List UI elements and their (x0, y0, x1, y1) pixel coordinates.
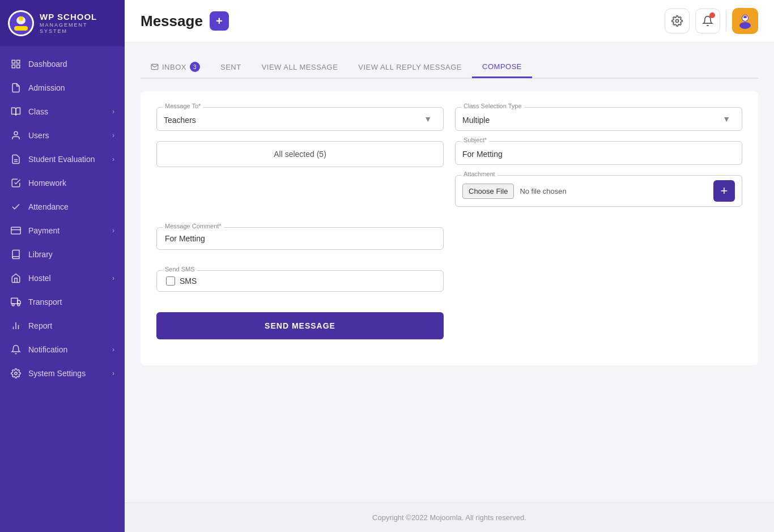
tab-compose-label: COMPOSE (482, 62, 522, 71)
right-spacer (455, 227, 742, 260)
tab-view-all-reply[interactable]: VIEW ALL REPLY MESSAGE (348, 57, 472, 77)
form-row-sms: Send SMS SMS (156, 270, 742, 302)
content-area: INBOX 3 SENT VIEW ALL MESSAGE VIEW ALL R… (125, 42, 774, 503)
sidebar-item-users-label: Users (28, 131, 105, 140)
compose-form: Message To* Teachers Students Parents Al… (141, 91, 758, 365)
send-btn-col: SEND MESSAGE (156, 312, 444, 339)
all-selected-col: All selected (5) (156, 141, 444, 217)
class-chevron: › (112, 108, 114, 116)
send-sms-label: Send SMS (163, 266, 197, 273)
sidebar-nav: Dashboard Admission Class › Users › Stud… (0, 46, 125, 532)
sidebar-item-dashboard-label: Dashboard (28, 59, 114, 69)
sidebar-item-payment-label: Payment (28, 226, 105, 235)
homework-icon (10, 177, 22, 189)
svg-rect-2 (14, 26, 28, 31)
user-avatar[interactable] (732, 8, 758, 34)
svg-point-8 (14, 131, 18, 135)
attachment-field: Attachment Choose File No file chosen + (455, 175, 742, 207)
notification-icon (10, 344, 22, 355)
right-spacer-3 (455, 312, 742, 339)
svg-rect-7 (17, 65, 20, 68)
no-file-text: No file chosen (520, 187, 708, 195)
sidebar-item-student-evaluation-label: Student Evaluation (28, 155, 105, 164)
page-title-text: Message (141, 12, 203, 30)
users-chevron: › (112, 131, 114, 139)
tabs-bar: INBOX 3 SENT VIEW ALL MESSAGE VIEW ALL R… (141, 56, 758, 79)
all-selected-box: All selected (5) (156, 141, 444, 167)
sidebar-item-class[interactable]: Class › (0, 100, 125, 124)
class-selection-col: Class Selection Type Multiple Single All… (455, 107, 742, 131)
message-to-col: Message To* Teachers Students Parents Al… (156, 107, 444, 131)
sms-text: SMS (180, 276, 197, 286)
tab-inbox-label: INBOX (162, 63, 186, 71)
form-row-message-comment: Message Comment* (156, 227, 742, 260)
tab-view-all-message[interactable]: VIEW ALL MESSAGE (252, 57, 348, 77)
subject-input[interactable] (462, 145, 735, 161)
sidebar-item-homework-label: Homework (28, 178, 114, 188)
logo-icon (8, 10, 34, 36)
sidebar-item-users[interactable]: Users › (0, 124, 125, 147)
sms-checkbox[interactable] (166, 276, 175, 286)
sidebar-item-hostel[interactable]: Hostel › (0, 266, 125, 290)
sidebar-item-transport[interactable]: Transport (0, 290, 125, 314)
logo-text: WP SCHOOL MANAGEMENT SYSTEM (40, 12, 117, 35)
svg-point-15 (12, 304, 14, 306)
class-selection-select[interactable]: Multiple Single All (462, 111, 735, 127)
hostel-chevron: › (112, 274, 114, 282)
sidebar-item-notification[interactable]: Notification › (0, 338, 125, 361)
class-selection-label: Class Selection Type (461, 103, 524, 109)
tab-view-all-message-label: VIEW ALL MESSAGE (262, 63, 338, 71)
notification-button[interactable] (695, 8, 720, 33)
system-settings-chevron: › (112, 369, 114, 377)
sidebar-item-class-label: Class (28, 107, 105, 116)
svg-rect-5 (17, 60, 20, 63)
send-message-button[interactable]: SEND MESSAGE (156, 312, 444, 339)
report-icon (10, 320, 22, 331)
message-comment-input[interactable] (165, 234, 435, 243)
sidebar-item-student-evaluation[interactable]: Student Evaluation › (0, 147, 125, 171)
sidebar-item-hostel-label: Hostel (28, 274, 105, 283)
svg-point-3 (19, 16, 23, 21)
sidebar-item-admission[interactable]: Admission (0, 76, 125, 100)
class-selection-select-wrapper: Multiple Single All ▼ (462, 111, 735, 127)
tab-sent[interactable]: SENT (210, 57, 252, 77)
tab-compose[interactable]: COMPOSE (472, 57, 532, 78)
tab-inbox[interactable]: INBOX 3 (141, 56, 210, 78)
settings-button[interactable] (665, 8, 690, 33)
add-attachment-button[interactable]: + (713, 180, 735, 202)
message-to-select-wrapper: Teachers Students Parents All ▼ (164, 111, 436, 127)
message-to-select[interactable]: Teachers Students Parents All (164, 111, 436, 127)
notification-badge (709, 12, 715, 18)
sidebar-item-notification-label: Notification (28, 345, 105, 354)
footer-text: Copyright ©2022 Mojoomla. All rights res… (372, 513, 526, 522)
notification-chevron: › (112, 346, 114, 354)
svg-rect-11 (11, 227, 21, 234)
choose-file-button[interactable]: Choose File (462, 184, 514, 199)
sidebar-item-attendance[interactable]: Attendance (0, 195, 125, 219)
message-to-label: Message To* (163, 103, 203, 109)
subject-field: Subject* (455, 141, 742, 165)
sidebar-item-dashboard[interactable]: Dashboard (0, 52, 125, 76)
right-spacer-2 (455, 270, 742, 302)
header-divider (726, 10, 726, 32)
sidebar-item-report-label: Report (28, 321, 114, 330)
class-selection-field: Class Selection Type Multiple Single All… (455, 107, 742, 131)
sidebar-item-payment[interactable]: Payment › (0, 219, 125, 242)
sidebar-item-system-settings[interactable]: System Settings › (0, 361, 125, 385)
subject-col: Subject* Attachment Choose File No file … (455, 141, 742, 217)
logo-title: WP SCHOOL (40, 12, 117, 22)
sidebar-item-report[interactable]: Report (0, 314, 125, 338)
sms-row: SMS (166, 276, 434, 286)
svg-point-16 (18, 304, 20, 306)
sidebar-item-library[interactable]: Library (0, 242, 125, 266)
add-message-button[interactable]: + (210, 11, 229, 31)
sms-col: Send SMS SMS (156, 270, 444, 302)
subject-label: Subject* (461, 137, 489, 143)
student-evaluation-chevron: › (112, 155, 114, 163)
sidebar-item-homework[interactable]: Homework (0, 171, 125, 195)
message-to-field: Message To* Teachers Students Parents Al… (156, 107, 444, 131)
svg-point-21 (676, 20, 679, 23)
admission-icon (10, 82, 22, 93)
logo-subtitle: MANAGEMENT SYSTEM (40, 22, 117, 35)
student-evaluation-icon (10, 154, 22, 165)
